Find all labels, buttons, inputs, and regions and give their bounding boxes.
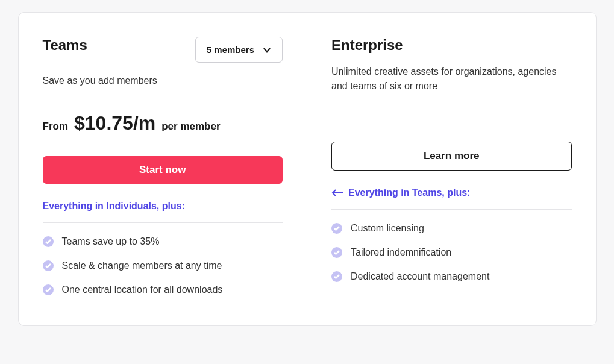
enterprise-feature-list: Custom licensing Tailored indemnificatio…	[331, 223, 572, 282]
plan-enterprise-subtitle: Unlimited creative assets for organizati…	[331, 64, 572, 93]
check-icon	[331, 271, 342, 282]
check-icon	[43, 284, 54, 295]
enterprise-included-text: Everything in Teams, plus:	[348, 187, 470, 198]
member-count-select[interactable]: 5 members	[195, 37, 283, 63]
feature-text: Tailored indemnification	[351, 247, 451, 258]
plan-enterprise-header: Enterprise	[331, 37, 572, 54]
divider	[43, 222, 283, 223]
check-icon	[331, 223, 342, 234]
teams-included-text: Everything in Individuals, plus:	[43, 201, 185, 212]
plan-teams-subtitle: Save as you add members	[43, 74, 283, 88]
plan-enterprise-title: Enterprise	[331, 37, 403, 54]
price-amount: $10.75/m	[74, 112, 155, 134]
member-count-label: 5 members	[207, 45, 254, 55]
price-suffix: per member	[161, 121, 220, 133]
teams-feature-list: Teams save up to 35% Scale & change memb…	[43, 236, 283, 295]
plan-teams-title: Teams	[43, 37, 87, 54]
start-now-button[interactable]: Start now	[43, 156, 283, 184]
feature-text: Dedicated account management	[351, 271, 489, 282]
feature-item: One central location for all downloads	[43, 284, 283, 295]
chevron-down-icon	[263, 46, 271, 54]
price-prefix: From	[43, 121, 69, 133]
feature-item: Teams save up to 35%	[43, 236, 283, 247]
plan-enterprise: Enterprise Unlimited creative assets for…	[307, 13, 596, 325]
enterprise-included-label: Everything in Teams, plus:	[331, 187, 572, 198]
plan-teams: Teams 5 members Save as you add members …	[19, 13, 308, 325]
feature-item: Custom licensing	[331, 223, 572, 234]
spacer	[331, 118, 572, 142]
check-icon	[331, 247, 342, 258]
feature-text: Scale & change members at any time	[62, 260, 222, 271]
feature-item: Scale & change members at any time	[43, 260, 283, 271]
feature-item: Tailored indemnification	[331, 247, 572, 258]
feature-text: Custom licensing	[351, 223, 424, 234]
check-icon	[43, 236, 54, 247]
feature-text: Teams save up to 35%	[62, 236, 160, 247]
teams-included-label: Everything in Individuals, plus:	[43, 201, 283, 212]
feature-text: One central location for all downloads	[62, 284, 223, 295]
plan-teams-price: From $10.75/m per member	[43, 112, 283, 134]
pricing-card: Teams 5 members Save as you add members …	[18, 12, 597, 326]
divider	[331, 209, 572, 210]
plan-teams-header: Teams 5 members	[43, 37, 283, 63]
check-icon	[43, 260, 54, 271]
learn-more-button[interactable]: Learn more	[331, 142, 572, 171]
arrow-left-icon	[331, 189, 343, 196]
feature-item: Dedicated account management	[331, 271, 572, 282]
